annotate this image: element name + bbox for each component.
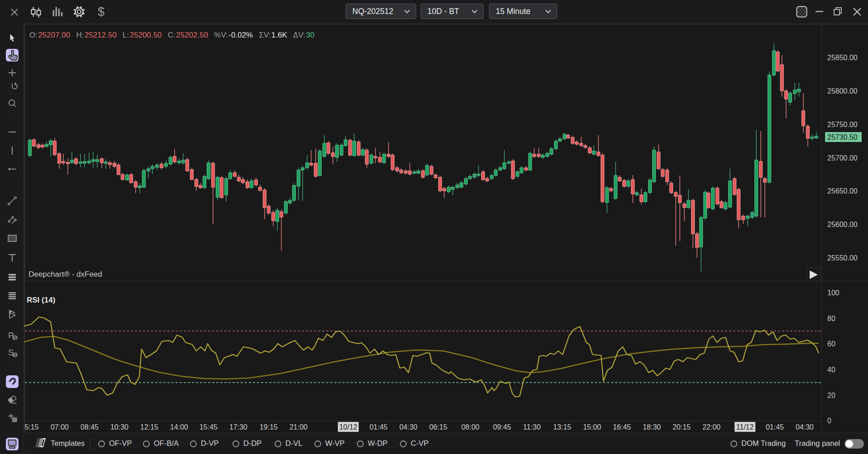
svg-text:09:45: 09:45 — [493, 423, 511, 431]
svg-text:Deepchart® - dxFeed: Deepchart® - dxFeed — [28, 270, 102, 279]
svg-text:10:30: 10:30 — [110, 423, 128, 431]
svg-text:15:00: 15:00 — [583, 423, 601, 431]
svg-text:25550.00: 25550.00 — [827, 254, 858, 262]
svg-text:21:00: 21:00 — [289, 423, 308, 431]
svg-text:10/12: 10/12 — [339, 423, 357, 431]
svg-text:22:00: 22:00 — [702, 423, 721, 431]
svg-text:80: 80 — [827, 315, 835, 322]
svg-text:25600.00: 25600.00 — [827, 221, 858, 228]
svg-text:12:15: 12:15 — [140, 423, 158, 431]
svg-text:20:15: 20:15 — [673, 423, 691, 431]
svg-text:100: 100 — [827, 289, 840, 297]
svg-text:25850.00: 25850.00 — [827, 54, 858, 61]
svg-text:04:30: 04:30 — [399, 423, 417, 431]
svg-text:06:15: 06:15 — [429, 423, 447, 431]
svg-text:25750.00: 25750.00 — [827, 121, 858, 128]
svg-text:08:00: 08:00 — [461, 423, 479, 431]
svg-text:25650.00: 25650.00 — [827, 187, 858, 195]
svg-text:RSI (14): RSI (14) — [27, 296, 55, 304]
svg-text:0: 0 — [827, 417, 831, 425]
svg-text:$: $ — [14, 352, 16, 357]
svg-text:01:45: 01:45 — [370, 423, 388, 431]
svg-text:04:30: 04:30 — [796, 423, 814, 431]
svg-text:11/12: 11/12 — [736, 423, 754, 431]
svg-text:40: 40 — [827, 366, 835, 374]
svg-text:14:00: 14:00 — [170, 423, 188, 431]
svg-text:18:30: 18:30 — [643, 423, 661, 431]
svg-text:07:00: 07:00 — [51, 423, 69, 431]
svg-text:13:15: 13:15 — [553, 423, 571, 431]
svg-text:19:15: 19:15 — [260, 423, 278, 431]
svg-text:$: $ — [98, 5, 104, 19]
svg-text:17:30: 17:30 — [229, 423, 247, 431]
svg-text:15:45: 15:45 — [199, 423, 218, 431]
svg-text:11:30: 11:30 — [523, 423, 541, 431]
svg-text:60: 60 — [827, 340, 835, 348]
svg-text:25730.50: 25730.50 — [827, 133, 858, 141]
svg-text:25700.00: 25700.00 — [827, 154, 858, 162]
svg-text:08:45: 08:45 — [81, 423, 99, 431]
svg-text:16:45: 16:45 — [613, 423, 631, 431]
svg-text:25800.00: 25800.00 — [827, 87, 858, 95]
svg-text:5:15: 5:15 — [24, 423, 38, 431]
svg-text:$: $ — [14, 335, 16, 340]
svg-text:20: 20 — [827, 392, 835, 399]
svg-text:01:45: 01:45 — [766, 423, 784, 431]
svg-text:O: 25207.00 H: 25212.50 L: 2: O: 25207.00 H: 25212.50 L: 25200.50 C: 2… — [29, 31, 314, 39]
